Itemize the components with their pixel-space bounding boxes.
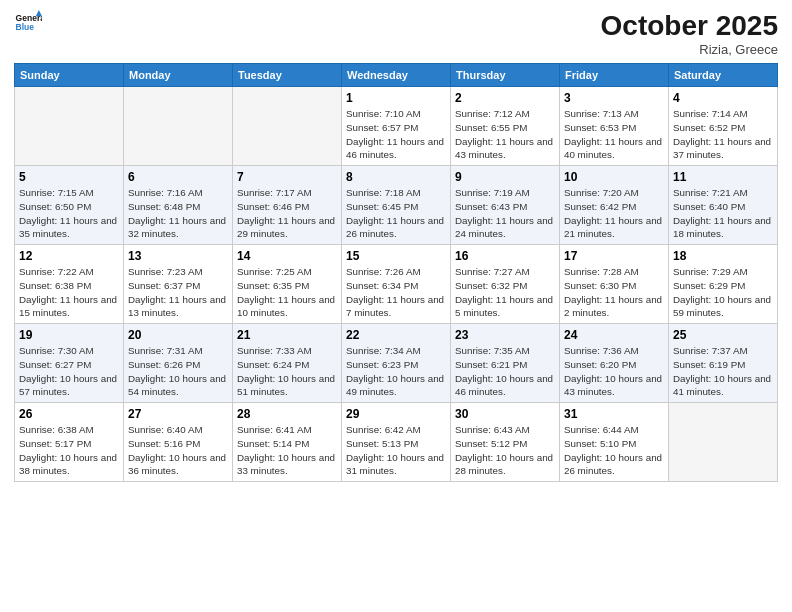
day-number: 30 xyxy=(455,406,555,422)
day-info: Sunrise: 7:15 AMSunset: 6:50 PMDaylight:… xyxy=(19,186,119,241)
logo-icon: General Blue xyxy=(14,10,42,38)
table-row: 5Sunrise: 7:15 AMSunset: 6:50 PMDaylight… xyxy=(15,166,124,245)
day-number: 29 xyxy=(346,406,446,422)
day-info: Sunrise: 7:18 AMSunset: 6:45 PMDaylight:… xyxy=(346,186,446,241)
day-info: Sunrise: 7:25 AMSunset: 6:35 PMDaylight:… xyxy=(237,265,337,320)
page-container: General Blue October 2025 Rizia, Greece … xyxy=(0,0,792,612)
day-number: 23 xyxy=(455,327,555,343)
table-row: 30Sunrise: 6:43 AMSunset: 5:12 PMDayligh… xyxy=(451,403,560,482)
day-number: 16 xyxy=(455,248,555,264)
day-number: 17 xyxy=(564,248,664,264)
table-row: 8Sunrise: 7:18 AMSunset: 6:45 PMDaylight… xyxy=(342,166,451,245)
day-number: 18 xyxy=(673,248,773,264)
table-row: 26Sunrise: 6:38 AMSunset: 5:17 PMDayligh… xyxy=(15,403,124,482)
day-number: 11 xyxy=(673,169,773,185)
day-info: Sunrise: 7:33 AMSunset: 6:24 PMDaylight:… xyxy=(237,344,337,399)
day-info: Sunrise: 7:26 AMSunset: 6:34 PMDaylight:… xyxy=(346,265,446,320)
table-row: 21Sunrise: 7:33 AMSunset: 6:24 PMDayligh… xyxy=(233,324,342,403)
day-info: Sunrise: 7:10 AMSunset: 6:57 PMDaylight:… xyxy=(346,107,446,162)
table-row: 4Sunrise: 7:14 AMSunset: 6:52 PMDaylight… xyxy=(669,87,778,166)
day-info: Sunrise: 6:44 AMSunset: 5:10 PMDaylight:… xyxy=(564,423,664,478)
day-number: 8 xyxy=(346,169,446,185)
month-title: October 2025 xyxy=(601,10,778,42)
day-number: 25 xyxy=(673,327,773,343)
calendar-header-row: Sunday Monday Tuesday Wednesday Thursday… xyxy=(15,64,778,87)
day-number: 19 xyxy=(19,327,119,343)
day-info: Sunrise: 7:14 AMSunset: 6:52 PMDaylight:… xyxy=(673,107,773,162)
day-number: 26 xyxy=(19,406,119,422)
table-row xyxy=(669,403,778,482)
table-row: 12Sunrise: 7:22 AMSunset: 6:38 PMDayligh… xyxy=(15,245,124,324)
day-number: 22 xyxy=(346,327,446,343)
calendar-week-row: 26Sunrise: 6:38 AMSunset: 5:17 PMDayligh… xyxy=(15,403,778,482)
day-info: Sunrise: 7:16 AMSunset: 6:48 PMDaylight:… xyxy=(128,186,228,241)
day-number: 14 xyxy=(237,248,337,264)
day-number: 12 xyxy=(19,248,119,264)
table-row: 25Sunrise: 7:37 AMSunset: 6:19 PMDayligh… xyxy=(669,324,778,403)
day-number: 13 xyxy=(128,248,228,264)
page-header: General Blue October 2025 Rizia, Greece xyxy=(14,10,778,57)
table-row: 17Sunrise: 7:28 AMSunset: 6:30 PMDayligh… xyxy=(560,245,669,324)
table-row: 6Sunrise: 7:16 AMSunset: 6:48 PMDaylight… xyxy=(124,166,233,245)
calendar-table: Sunday Monday Tuesday Wednesday Thursday… xyxy=(14,63,778,482)
table-row: 7Sunrise: 7:17 AMSunset: 6:46 PMDaylight… xyxy=(233,166,342,245)
table-row: 23Sunrise: 7:35 AMSunset: 6:21 PMDayligh… xyxy=(451,324,560,403)
day-info: Sunrise: 7:13 AMSunset: 6:53 PMDaylight:… xyxy=(564,107,664,162)
day-info: Sunrise: 7:19 AMSunset: 6:43 PMDaylight:… xyxy=(455,186,555,241)
day-info: Sunrise: 7:27 AMSunset: 6:32 PMDaylight:… xyxy=(455,265,555,320)
col-tuesday: Tuesday xyxy=(233,64,342,87)
calendar-week-row: 12Sunrise: 7:22 AMSunset: 6:38 PMDayligh… xyxy=(15,245,778,324)
col-sunday: Sunday xyxy=(15,64,124,87)
table-row: 19Sunrise: 7:30 AMSunset: 6:27 PMDayligh… xyxy=(15,324,124,403)
table-row: 18Sunrise: 7:29 AMSunset: 6:29 PMDayligh… xyxy=(669,245,778,324)
day-info: Sunrise: 7:20 AMSunset: 6:42 PMDaylight:… xyxy=(564,186,664,241)
day-number: 15 xyxy=(346,248,446,264)
table-row: 24Sunrise: 7:36 AMSunset: 6:20 PMDayligh… xyxy=(560,324,669,403)
svg-text:Blue: Blue xyxy=(16,22,35,32)
day-info: Sunrise: 6:42 AMSunset: 5:13 PMDaylight:… xyxy=(346,423,446,478)
table-row: 10Sunrise: 7:20 AMSunset: 6:42 PMDayligh… xyxy=(560,166,669,245)
day-info: Sunrise: 7:36 AMSunset: 6:20 PMDaylight:… xyxy=(564,344,664,399)
table-row: 20Sunrise: 7:31 AMSunset: 6:26 PMDayligh… xyxy=(124,324,233,403)
day-number: 9 xyxy=(455,169,555,185)
calendar-week-row: 1Sunrise: 7:10 AMSunset: 6:57 PMDaylight… xyxy=(15,87,778,166)
day-info: Sunrise: 7:37 AMSunset: 6:19 PMDaylight:… xyxy=(673,344,773,399)
day-info: Sunrise: 6:41 AMSunset: 5:14 PMDaylight:… xyxy=(237,423,337,478)
title-block: October 2025 Rizia, Greece xyxy=(601,10,778,57)
day-info: Sunrise: 7:30 AMSunset: 6:27 PMDaylight:… xyxy=(19,344,119,399)
table-row: 3Sunrise: 7:13 AMSunset: 6:53 PMDaylight… xyxy=(560,87,669,166)
day-info: Sunrise: 7:31 AMSunset: 6:26 PMDaylight:… xyxy=(128,344,228,399)
table-row: 15Sunrise: 7:26 AMSunset: 6:34 PMDayligh… xyxy=(342,245,451,324)
day-number: 4 xyxy=(673,90,773,106)
day-number: 3 xyxy=(564,90,664,106)
table-row: 28Sunrise: 6:41 AMSunset: 5:14 PMDayligh… xyxy=(233,403,342,482)
table-row: 16Sunrise: 7:27 AMSunset: 6:32 PMDayligh… xyxy=(451,245,560,324)
day-info: Sunrise: 7:28 AMSunset: 6:30 PMDaylight:… xyxy=(564,265,664,320)
table-row: 22Sunrise: 7:34 AMSunset: 6:23 PMDayligh… xyxy=(342,324,451,403)
day-info: Sunrise: 7:23 AMSunset: 6:37 PMDaylight:… xyxy=(128,265,228,320)
table-row: 2Sunrise: 7:12 AMSunset: 6:55 PMDaylight… xyxy=(451,87,560,166)
table-row: 9Sunrise: 7:19 AMSunset: 6:43 PMDaylight… xyxy=(451,166,560,245)
table-row: 1Sunrise: 7:10 AMSunset: 6:57 PMDaylight… xyxy=(342,87,451,166)
col-thursday: Thursday xyxy=(451,64,560,87)
day-info: Sunrise: 6:38 AMSunset: 5:17 PMDaylight:… xyxy=(19,423,119,478)
day-number: 7 xyxy=(237,169,337,185)
day-number: 31 xyxy=(564,406,664,422)
day-info: Sunrise: 7:17 AMSunset: 6:46 PMDaylight:… xyxy=(237,186,337,241)
day-info: Sunrise: 7:12 AMSunset: 6:55 PMDaylight:… xyxy=(455,107,555,162)
day-number: 24 xyxy=(564,327,664,343)
day-number: 5 xyxy=(19,169,119,185)
logo: General Blue xyxy=(14,10,42,38)
day-number: 21 xyxy=(237,327,337,343)
day-info: Sunrise: 7:35 AMSunset: 6:21 PMDaylight:… xyxy=(455,344,555,399)
day-info: Sunrise: 7:29 AMSunset: 6:29 PMDaylight:… xyxy=(673,265,773,320)
table-row xyxy=(124,87,233,166)
col-saturday: Saturday xyxy=(669,64,778,87)
table-row: 13Sunrise: 7:23 AMSunset: 6:37 PMDayligh… xyxy=(124,245,233,324)
day-number: 6 xyxy=(128,169,228,185)
day-info: Sunrise: 7:22 AMSunset: 6:38 PMDaylight:… xyxy=(19,265,119,320)
col-monday: Monday xyxy=(124,64,233,87)
day-info: Sunrise: 7:34 AMSunset: 6:23 PMDaylight:… xyxy=(346,344,446,399)
day-number: 10 xyxy=(564,169,664,185)
day-info: Sunrise: 6:43 AMSunset: 5:12 PMDaylight:… xyxy=(455,423,555,478)
